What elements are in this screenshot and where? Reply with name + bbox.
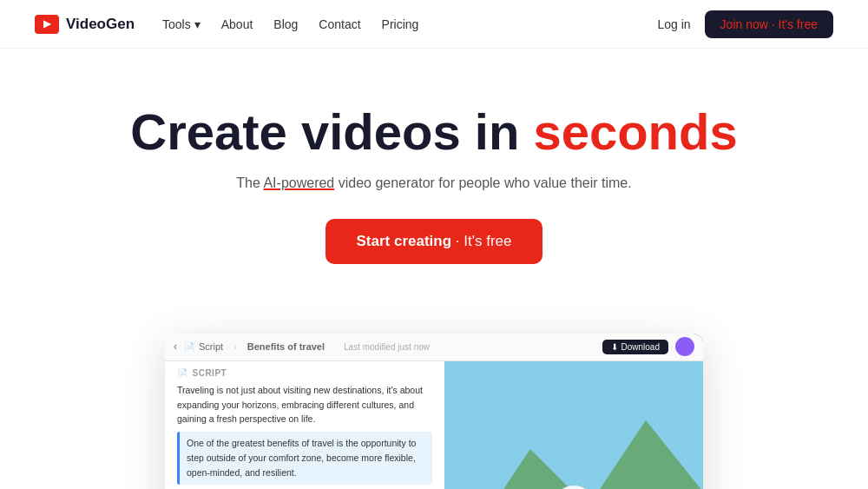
script-icon: 📄 [184,342,194,352]
hero-subtext: The AI-powered video generator for peopl… [35,175,833,191]
tab-script-label: Script [199,341,223,352]
hero-headline: Create videos in seconds [35,104,833,160]
nav-left: VideoGen Tools ▾ About Blog Contact Pric… [35,15,418,34]
chevron-down-icon: ▾ [194,17,201,31]
headline-highlight: seconds [533,103,737,160]
back-icon[interactable]: ‹ [174,340,177,353]
script-highlight: One of the greatest benefits of travel i… [177,432,432,484]
script-icon: 📄 [177,368,188,378]
nav-links: Tools ▾ About Blog Contact Pricing [162,17,418,31]
login-button[interactable]: Log in [657,17,690,31]
tab-script[interactable]: 📄 Script [184,341,223,352]
nav-pricing[interactable]: Pricing [382,17,419,31]
download-icon: ⬇ [611,342,618,352]
avatar [675,337,694,356]
script-section: 📄 Script Traveling is not just about vis… [177,368,432,489]
join-label: Join now [720,17,768,31]
logo-icon [35,15,59,34]
tools-label: Tools [162,17,191,31]
hero-section: Create videos in seconds The AI-powered … [0,49,868,299]
script-section-label: 📄 Script [177,368,432,378]
nav-contact[interactable]: Contact [319,17,360,31]
join-sub: · It's free [768,17,818,31]
app-bar: ‹ 📄 Script › Benefits of travel Last mod… [165,334,703,361]
video-preview-wrapper: ‹ 📄 Script › Benefits of travel Last mod… [165,334,703,489]
navbar: VideoGen Tools ▾ About Blog Contact Pric… [0,0,868,49]
join-button[interactable]: Join now · It's free [705,10,833,38]
hero-cta-label: Start creating [357,233,452,249]
tab-project[interactable]: Benefits of travel [247,341,325,352]
app-bar-actions: ⬇ Download [602,337,694,356]
download-button[interactable]: ⬇ Download [602,340,668,354]
hero-cta-button[interactable]: Start creating · It's free [326,219,543,264]
app-bar-tabs: 📄 Script › Benefits of travel Last modif… [184,341,595,352]
subtext-underline: AI-powered [263,175,334,190]
download-label: Download [621,342,660,352]
brand-name: VideoGen [66,16,135,33]
nav-about[interactable]: About [221,17,253,31]
nav-tools[interactable]: Tools ▾ [162,17,201,31]
logo[interactable]: VideoGen [35,15,135,34]
nav-right: Log in Join now · It's free [657,10,833,38]
nav-blog[interactable]: Blog [273,17,298,31]
script-label: Script [193,368,227,378]
script-paragraph-1: Traveling is not just about visiting new… [177,383,432,426]
headline-prefix: Create videos in [130,103,533,160]
hero-cta-sub: · It's free [451,233,511,249]
modified-text: Last modified just now [344,342,430,352]
